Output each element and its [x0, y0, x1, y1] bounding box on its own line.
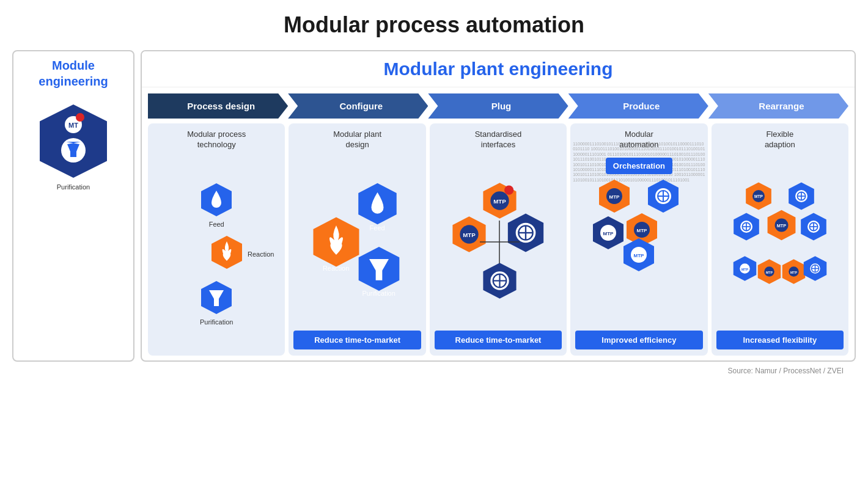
- column-flexible: Flexible adaption MTP: [712, 123, 848, 356]
- source-text: Source: Namur / ProcessNet / ZVEI: [12, 367, 856, 375]
- column-plant-design: Modular plant design Feed: [289, 123, 425, 356]
- page-container: Modular process automation Module engine…: [0, 0, 868, 501]
- r-hex-4: MTP: [765, 208, 798, 244]
- rearrange-hex-grid: MTP: [731, 181, 829, 303]
- module-engineering-hex-group: MT Purification: [34, 101, 113, 191]
- svg-text:MTP: MTP: [777, 223, 787, 229]
- feed-group: Feed: [198, 181, 235, 228]
- purification-hex-col1: [198, 279, 235, 316]
- r-hex-6: MTP: [731, 255, 759, 285]
- svg-text:MTP: MTP: [754, 194, 763, 199]
- connector-lines: [449, 181, 547, 303]
- nav-label-configure: Configure: [339, 101, 383, 111]
- mtp-cluster: MTP MTP: [449, 181, 547, 303]
- r-hex-9: [801, 255, 829, 285]
- right-panel-title: Modular plant engineering: [154, 59, 842, 79]
- hex-cluster-col2: Feed Reaction: [309, 181, 406, 303]
- svg-text:MT: MT: [68, 122, 78, 129]
- nav-rearrange[interactable]: Rearrange: [708, 93, 848, 119]
- svg-text:MTP: MTP: [609, 194, 620, 200]
- nav-label-rearrange: Rearrange: [759, 101, 804, 111]
- left-panel-title: Module engineering: [39, 57, 108, 89]
- svg-text:MTP: MTP: [634, 253, 645, 258]
- column-automation: 1100000111010010111010010111010010111010…: [570, 123, 707, 356]
- large-blue-hex: MT: [34, 101, 113, 181]
- col2-footer: Reduce time-to-market: [293, 331, 421, 349]
- col1-content: Feed Reaction: [153, 158, 280, 349]
- col5-footer: Increased flexibility: [716, 331, 844, 349]
- nav-label-produce: Produce: [623, 101, 660, 111]
- reaction-hex-col1: [208, 234, 245, 273]
- column-interfaces: Standardised interfaces MTP: [430, 123, 567, 356]
- page-title: Modular process automation: [12, 12, 856, 38]
- automation-hex-cluster: MTP: [590, 178, 688, 276]
- reaction-group: Reaction: [208, 234, 274, 273]
- col3-content: MTP MTP: [435, 158, 562, 326]
- col1-title: Modular process technology: [187, 130, 246, 152]
- nav-plug[interactable]: Plug: [428, 93, 568, 119]
- r-hex-7: MTP: [756, 258, 783, 288]
- reaction-label-col1: Reaction: [248, 250, 274, 258]
- col5-content: MTP: [716, 158, 844, 326]
- svg-text:MTP: MTP: [637, 228, 648, 233]
- orchestration-box: Orchestration: [606, 158, 672, 174]
- svg-text:MTP: MTP: [766, 270, 773, 274]
- left-panel: Module engineering MT Purifi: [12, 50, 134, 362]
- col2-content: Feed Reaction: [293, 158, 421, 326]
- svg-text:MTP: MTP: [741, 267, 749, 271]
- svg-text:MTP: MTP: [790, 270, 798, 274]
- purification-group-col1: Purification: [198, 279, 235, 326]
- purification-label: Purification: [57, 183, 90, 191]
- right-panel-header: Modular plant engineering: [142, 51, 855, 87]
- feed-hex-col2: Feed: [355, 181, 400, 232]
- nav-bar: Process design Configure Plug Produce Re…: [148, 93, 848, 119]
- col5-title: Flexible adaption: [765, 130, 795, 152]
- col4-title: Modular automation: [619, 130, 658, 152]
- nav-configure[interactable]: Configure: [288, 93, 428, 119]
- blue-mtp-bottom: MTP: [620, 236, 657, 276]
- column-process-technology: Modular process technology Feed: [148, 123, 285, 356]
- col4-inner: Modular automation Orchestration MTP: [575, 130, 702, 326]
- col3-title: Standardised interfaces: [475, 130, 522, 152]
- r-hex-5: [798, 211, 829, 244]
- columns-area: Modular process technology Feed: [142, 119, 855, 360]
- svg-text:MTP: MTP: [603, 231, 614, 236]
- svg-point-3: [76, 113, 84, 122]
- nav-process-design[interactable]: Process design: [148, 93, 288, 119]
- right-panel: Modular plant engineering Process design…: [141, 50, 856, 362]
- col3-footer: Reduce time-to-market: [435, 331, 562, 349]
- feed-hex-col1: [198, 181, 235, 218]
- col2-title: Modular plant design: [333, 130, 381, 152]
- nav-label-plug: Plug: [491, 101, 512, 111]
- nav-label-process-design: Process design: [187, 101, 255, 111]
- r-hex-3: [731, 211, 762, 244]
- feed-label-col1: Feed: [209, 221, 224, 228]
- content-area: Module engineering MT Purifi: [12, 50, 856, 362]
- nav-produce[interactable]: Produce: [568, 93, 708, 119]
- purification-label-col1: Purification: [200, 318, 233, 326]
